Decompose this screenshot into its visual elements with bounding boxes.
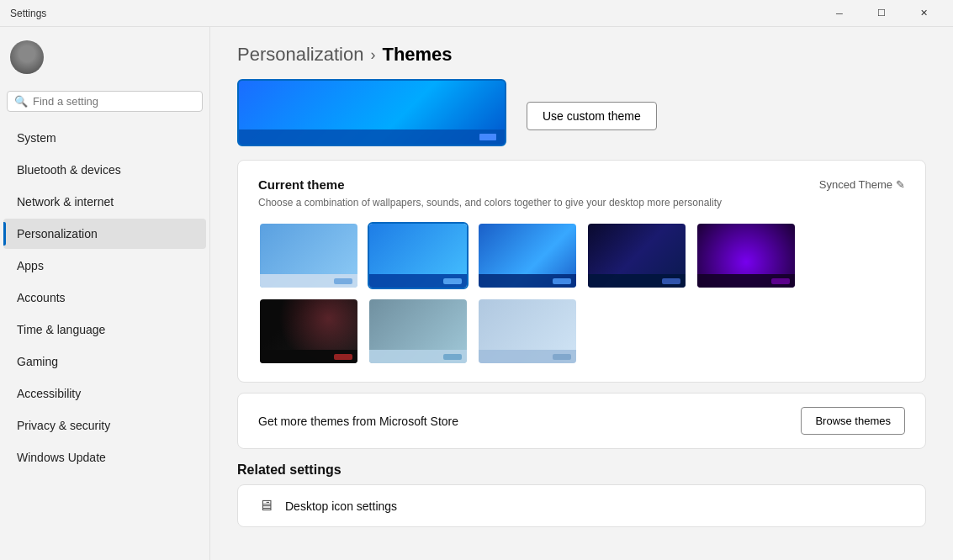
window-controls: ─ ☐ ✕ xyxy=(820,3,943,24)
desktop-icon-icon: 🖥 xyxy=(258,497,273,515)
related-settings-card: 🖥Desktop icon settings xyxy=(237,484,926,527)
related-settings-title: Related settings xyxy=(237,462,926,478)
title-bar: Settings ─ ☐ ✕ xyxy=(0,0,953,27)
use-custom-theme-button[interactable]: Use custom theme xyxy=(527,102,657,130)
close-button[interactable]: ✕ xyxy=(904,3,943,24)
maximize-button[interactable]: ☐ xyxy=(862,3,901,24)
theme-thumbnail-2[interactable] xyxy=(368,222,469,289)
sidebar-item-apps[interactable]: Apps xyxy=(3,251,206,281)
theme-thumbnail-7[interactable] xyxy=(368,298,469,365)
minimize-button[interactable]: ─ xyxy=(820,3,859,24)
related-item-label-desktop-icon: Desktop icon settings xyxy=(285,499,397,513)
app-title: Settings xyxy=(10,8,46,19)
section-subtitle: Choose a combination of wallpapers, soun… xyxy=(258,197,905,209)
search-box[interactable]: 🔍 xyxy=(7,91,203,112)
search-icon: 🔍 xyxy=(14,95,28,108)
theme-preview-section: Use custom theme xyxy=(237,79,926,146)
sidebar-item-update[interactable]: Windows Update xyxy=(3,442,206,473)
sidebar-item-accounts[interactable]: Accounts xyxy=(3,283,206,313)
avatar-image xyxy=(10,40,44,74)
sidebar: 🔍 SystemBluetooth & devicesNetwork & int… xyxy=(0,27,210,560)
theme-thumbnail-6[interactable] xyxy=(258,298,359,365)
sidebar-item-bluetooth[interactable]: Bluetooth & devices xyxy=(3,155,206,185)
sidebar-item-privacy[interactable]: Privacy & security xyxy=(3,410,206,441)
sidebar-nav: SystemBluetooth & devicesNetwork & inter… xyxy=(0,119,209,477)
section-header: Current theme Synced Theme ✎ xyxy=(258,177,905,192)
sidebar-item-personalization[interactable]: Personalization xyxy=(3,219,206,249)
synced-label: Synced Theme xyxy=(819,178,892,191)
edit-icon: ✎ xyxy=(896,178,905,191)
preview-start-button xyxy=(479,134,496,140)
sidebar-item-accessibility[interactable]: Accessibility xyxy=(3,378,206,409)
search-input[interactable] xyxy=(33,95,195,108)
theme-thumbnail-1[interactable] xyxy=(258,222,359,289)
breadcrumb-parent[interactable]: Personalization xyxy=(237,44,363,66)
breadcrumb-current: Themes xyxy=(382,44,452,66)
breadcrumb-arrow: › xyxy=(370,46,375,64)
related-item-desktop-icon[interactable]: 🖥Desktop icon settings xyxy=(258,485,905,526)
sidebar-item-time[interactable]: Time & language xyxy=(3,314,206,345)
themes-grid xyxy=(258,222,905,365)
theme-preview-image xyxy=(237,79,506,146)
main-content: Personalization › Themes Use custom them… xyxy=(210,27,953,560)
store-section: Get more themes from Microsoft Store Bro… xyxy=(237,393,926,449)
sidebar-item-network[interactable]: Network & internet xyxy=(3,187,206,217)
sidebar-profile xyxy=(0,27,209,87)
theme-thumbnail-3[interactable] xyxy=(477,222,578,289)
store-text: Get more themes from Microsoft Store xyxy=(258,415,458,428)
browse-themes-button[interactable]: Browse themes xyxy=(801,407,905,435)
preview-taskbar xyxy=(239,129,505,145)
breadcrumb: Personalization › Themes xyxy=(237,27,926,79)
section-title: Current theme xyxy=(258,177,345,192)
theme-thumbnail-5[interactable] xyxy=(696,222,797,289)
sidebar-item-gaming[interactable]: Gaming xyxy=(3,346,206,377)
avatar xyxy=(10,40,44,74)
current-theme-card: Current theme Synced Theme ✎ Choose a co… xyxy=(237,160,926,383)
theme-thumbnail-8[interactable] xyxy=(477,298,578,365)
theme-thumbnail-4[interactable] xyxy=(586,222,687,289)
sidebar-item-system[interactable]: System xyxy=(3,123,206,153)
synced-badge: Synced Theme ✎ xyxy=(819,178,905,191)
